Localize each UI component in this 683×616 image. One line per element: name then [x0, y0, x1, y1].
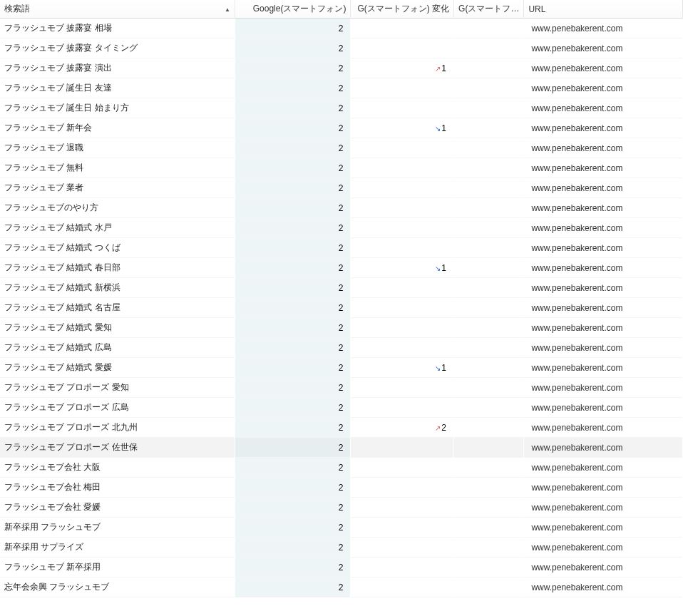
table-row[interactable]: フラッシュモブ 結婚式 春日部2↘1www.penebakerent.com: [0, 258, 683, 278]
cell-keyword: フラッシュモブ 結婚式 愛知: [0, 318, 235, 338]
table-row[interactable]: フラッシュモブのやり方2www.penebakerent.com: [0, 198, 683, 218]
cell-url: www.penebakerent.com: [524, 518, 683, 538]
table-row[interactable]: フラッシュモブ 結婚式 広島2www.penebakerent.com: [0, 338, 683, 358]
table-row[interactable]: フラッシュモブ 新年会2↘1www.penebakerent.com: [0, 118, 683, 138]
cell-google-rank: 2: [235, 98, 350, 118]
cell-url: www.penebakerent.com: [524, 358, 683, 378]
table-row[interactable]: フラッシュモブ 結婚式 愛媛2↘1www.penebakerent.com: [0, 358, 683, 378]
column-header-google[interactable]: Google(スマートフォン): [235, 0, 350, 19]
table-row[interactable]: 新卒採用 サプライズ2www.penebakerent.com: [0, 538, 683, 558]
column-header-g3[interactable]: G(スマートフ…: [454, 0, 524, 19]
table-row[interactable]: 新卒採用 フラッシュモブ2www.penebakerent.com: [0, 518, 683, 538]
cell-change: [351, 438, 454, 458]
cell-url: www.penebakerent.com: [524, 498, 683, 518]
cell-google-rank: 2: [235, 158, 350, 178]
table-row[interactable]: フラッシュモブ 結婚式 名古屋2www.penebakerent.com: [0, 298, 683, 318]
cell-url: www.penebakerent.com: [524, 578, 683, 597]
ranking-table: 検索語 ▲ Google(スマートフォン) G(スマートフォン) 変化 G(スマ…: [0, 0, 683, 597]
change-value: 1: [441, 123, 446, 133]
table-row[interactable]: フラッシュモブ プロポーズ 愛知2www.penebakerent.com: [0, 378, 683, 398]
cell-g3: [454, 378, 524, 398]
cell-google-rank: 2: [235, 538, 350, 558]
cell-change: [351, 19, 454, 38]
cell-google-rank: 2: [235, 138, 350, 158]
cell-change: ↘1: [351, 118, 454, 138]
cell-google-rank: 2: [235, 558, 350, 578]
cell-g3: [454, 278, 524, 298]
table-row[interactable]: 忘年会余興 フラッシュモブ2www.penebakerent.com: [0, 578, 683, 597]
cell-url: www.penebakerent.com: [524, 98, 683, 118]
arrow-up-icon: ↗: [435, 65, 441, 73]
table-row[interactable]: フラッシュモブ 披露宴 タイミング2www.penebakerent.com: [0, 38, 683, 58]
table-row[interactable]: フラッシュモブ会社 愛媛2www.penebakerent.com: [0, 498, 683, 518]
cell-g3: [454, 438, 524, 458]
cell-change: [351, 458, 454, 478]
cell-google-rank: 2: [235, 118, 350, 138]
cell-url: www.penebakerent.com: [524, 138, 683, 158]
table-row[interactable]: フラッシュモブ 披露宴 相場2www.penebakerent.com: [0, 19, 683, 38]
cell-change: [351, 78, 454, 98]
cell-url: www.penebakerent.com: [524, 19, 683, 38]
cell-change: [351, 498, 454, 518]
cell-url: www.penebakerent.com: [524, 538, 683, 558]
cell-keyword: フラッシュモブ プロポーズ 愛知: [0, 378, 235, 398]
table-row[interactable]: フラッシュモブ 結婚式 新横浜2www.penebakerent.com: [0, 278, 683, 298]
cell-keyword: フラッシュモブ 結婚式 広島: [0, 338, 235, 358]
table-row[interactable]: フラッシュモブ 退職2www.penebakerent.com: [0, 138, 683, 158]
cell-google-rank: 2: [235, 198, 350, 218]
table-row[interactable]: フラッシュモブ 誕生日 友達2www.penebakerent.com: [0, 78, 683, 98]
table-row[interactable]: フラッシュモブ プロポーズ 佐世保2www.penebakerent.com: [0, 438, 683, 458]
table-row[interactable]: フラッシュモブ 誕生日 始まり方2www.penebakerent.com: [0, 98, 683, 118]
cell-url: www.penebakerent.com: [524, 298, 683, 318]
cell-g3: [454, 158, 524, 178]
cell-google-rank: 2: [235, 358, 350, 378]
column-header-change[interactable]: G(スマートフォン) 変化: [351, 0, 454, 19]
cell-g3: [454, 19, 524, 38]
cell-google-rank: 2: [235, 518, 350, 538]
table-row[interactable]: フラッシュモブ プロポーズ 広島2www.penebakerent.com: [0, 398, 683, 418]
table-row[interactable]: フラッシュモブ 結婚式 愛知2www.penebakerent.com: [0, 318, 683, 338]
table-row[interactable]: フラッシュモブ プロポーズ 北九州2↗2www.penebakerent.com: [0, 418, 683, 438]
cell-google-rank: 2: [235, 278, 350, 298]
table-row[interactable]: フラッシュモブ 業者2www.penebakerent.com: [0, 178, 683, 198]
cell-keyword: フラッシュモブ プロポーズ 佐世保: [0, 438, 235, 458]
cell-google-rank: 2: [235, 578, 350, 597]
table-row[interactable]: フラッシュモブ会社 大阪2www.penebakerent.com: [0, 458, 683, 478]
table-row[interactable]: フラッシュモブ 結婚式 つくば2www.penebakerent.com: [0, 238, 683, 258]
table-row[interactable]: フラッシュモブ 結婚式 水戸2www.penebakerent.com: [0, 218, 683, 238]
cell-g3: [454, 258, 524, 278]
cell-google-rank: 2: [235, 298, 350, 318]
cell-keyword: フラッシュモブ 新卒採用: [0, 558, 235, 578]
table-row[interactable]: フラッシュモブ 無料2www.penebakerent.com: [0, 158, 683, 178]
cell-google-rank: 2: [235, 218, 350, 238]
table-body: フラッシュモブ 披露宴 相場2www.penebakerent.comフラッシュ…: [0, 19, 683, 597]
cell-change: [351, 538, 454, 558]
cell-url: www.penebakerent.com: [524, 218, 683, 238]
cell-change: [351, 238, 454, 258]
cell-url: www.penebakerent.com: [524, 78, 683, 98]
table-row[interactable]: フラッシュモブ 披露宴 演出2↗1www.penebakerent.com: [0, 58, 683, 78]
cell-g3: [454, 58, 524, 78]
cell-change: [351, 278, 454, 298]
column-header-keyword[interactable]: 検索語 ▲: [0, 0, 235, 19]
column-header-url[interactable]: URL: [524, 0, 683, 19]
cell-google-rank: 2: [235, 398, 350, 418]
table-row[interactable]: フラッシュモブ 新卒採用2www.penebakerent.com: [0, 558, 683, 578]
cell-change: [351, 578, 454, 597]
cell-change: [351, 318, 454, 338]
cell-keyword: フラッシュモブ会社 愛媛: [0, 498, 235, 518]
cell-keyword: フラッシュモブ プロポーズ 北九州: [0, 418, 235, 438]
cell-keyword: フラッシュモブ 新年会: [0, 118, 235, 138]
cell-g3: [454, 418, 524, 438]
cell-google-rank: 2: [235, 418, 350, 438]
cell-google-rank: 2: [235, 498, 350, 518]
cell-g3: [454, 398, 524, 418]
table-row[interactable]: フラッシュモブ会社 梅田2www.penebakerent.com: [0, 478, 683, 498]
cell-keyword: フラッシュモブ 誕生日 始まり方: [0, 98, 235, 118]
cell-change: [351, 218, 454, 238]
cell-google-rank: 2: [235, 19, 350, 38]
cell-change: [351, 38, 454, 58]
cell-g3: [454, 578, 524, 597]
cell-keyword: 新卒採用 サプライズ: [0, 538, 235, 558]
cell-keyword: フラッシュモブ 無料: [0, 158, 235, 178]
